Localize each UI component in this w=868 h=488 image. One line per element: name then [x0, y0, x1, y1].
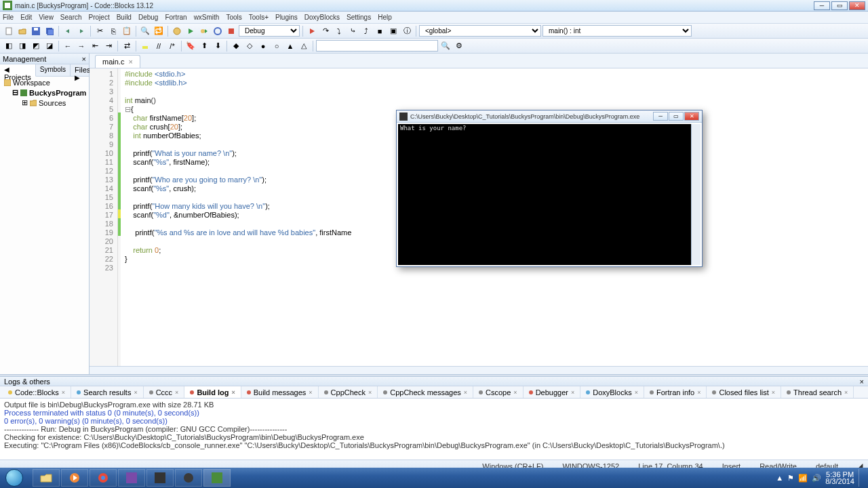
tray-network-icon[interactable]: 📶	[798, 474, 808, 483]
menu-view[interactable]: View	[39, 14, 54, 21]
editor-tab-mainc[interactable]: main.c ×	[95, 55, 140, 68]
console-maximize-button[interactable]: ▭	[669, 112, 684, 121]
search-options-button[interactable]: ⚙	[453, 40, 465, 52]
menu-wxsmith[interactable]: wxSmith	[194, 14, 220, 21]
logs-body[interactable]: Output file is bin\Debug\BuckysProgram.e…	[0, 399, 868, 460]
log-tab-close-icon[interactable]: ×	[772, 389, 775, 396]
log-tab-close-icon[interactable]: ×	[368, 389, 372, 396]
log-tab-codeblocks[interactable]: Code::Blocks×	[3, 386, 71, 398]
debug-start-button[interactable]	[306, 25, 318, 37]
scope-select[interactable]: <global>	[419, 25, 541, 37]
tree-expand-icon[interactable]: ⊟	[12, 88, 18, 97]
log-tab-buildlog[interactable]: Build log×	[184, 386, 241, 398]
log-tab-cppcheck[interactable]: CppCheck×	[319, 386, 378, 398]
doxy-1-button[interactable]: ◆	[230, 40, 242, 52]
tree-project[interactable]: ⊟ BuckysProgram	[3, 87, 86, 98]
tab-projects[interactable]: ◀ Projects	[0, 64, 36, 77]
tree-workspace[interactable]: Workspace	[3, 78, 86, 87]
start-button[interactable]	[0, 468, 28, 488]
menu-project[interactable]: Project	[89, 14, 110, 21]
log-tab-cscope[interactable]: Cscope×	[473, 386, 524, 398]
task-app1[interactable]	[118, 469, 145, 487]
tb2-btn-1[interactable]: ◧	[3, 40, 15, 52]
task-chrome[interactable]	[90, 469, 117, 487]
console-window[interactable]: C:\Users\Bucky\Desktop\C_Tutorials\Bucky…	[396, 110, 703, 267]
bookmark-next-button[interactable]: ⬇	[212, 40, 224, 52]
menu-settings[interactable]: Settings	[347, 14, 371, 21]
nav-last-button[interactable]: ⇤	[89, 40, 101, 52]
task-app3[interactable]	[175, 469, 202, 487]
uncomment-button[interactable]: /*	[166, 40, 178, 52]
doxy-6-button[interactable]: △	[298, 40, 310, 52]
build-button[interactable]	[171, 25, 183, 37]
log-tab-close-icon[interactable]: ×	[62, 389, 65, 396]
step-over-button[interactable]: ⤵	[333, 25, 345, 37]
step-into-button[interactable]: ⤷	[347, 25, 359, 37]
copy-button[interactable]: ⎘	[107, 25, 119, 37]
task-codeblocks[interactable]	[203, 469, 231, 487]
console-close-button[interactable]: ✕	[684, 112, 699, 121]
save-all-button[interactable]	[43, 25, 56, 37]
tray-action-center-icon[interactable]: ⚑	[787, 474, 794, 483]
task-app2[interactable]	[146, 469, 174, 487]
tab-symbols[interactable]: Symbols	[36, 64, 71, 76]
cut-button[interactable]: ✂	[94, 25, 106, 37]
nav-next-button[interactable]: ⇥	[102, 40, 115, 52]
console-minimize-button[interactable]: ─	[653, 112, 668, 121]
debug-info-button[interactable]: ⓘ	[401, 25, 413, 37]
menu-help[interactable]: Help	[378, 14, 392, 21]
logs-close-icon[interactable]: ×	[860, 378, 864, 386]
task-explorer[interactable]	[33, 469, 60, 487]
menu-search[interactable]: Search	[60, 14, 82, 21]
console-scrollbar[interactable]	[691, 124, 701, 265]
doxy-4-button[interactable]: ○	[271, 40, 283, 52]
bookmark-button[interactable]: 🔖	[184, 40, 197, 52]
tb2-btn-2[interactable]: ◨	[16, 40, 28, 52]
open-button[interactable]	[16, 25, 28, 37]
log-tab-close-icon[interactable]: ×	[134, 389, 137, 396]
log-tab-doxyblocks[interactable]: DoxyBlocks×	[580, 386, 644, 398]
menu-plugins[interactable]: Plugins	[275, 14, 298, 21]
run-button[interactable]	[184, 25, 197, 37]
maximize-button[interactable]: ▭	[831, 1, 848, 10]
tb2-btn-4[interactable]: ◪	[43, 40, 56, 52]
log-tab-cppcheckmessages[interactable]: CppCheck messages×	[378, 386, 473, 398]
rebuild-button[interactable]	[212, 25, 224, 37]
log-tab-close-icon[interactable]: ×	[571, 389, 574, 396]
search-go-button[interactable]: 🔍	[439, 40, 452, 52]
back-button[interactable]: ←	[62, 40, 74, 52]
log-tab-close-icon[interactable]: ×	[464, 389, 467, 396]
debug-window-button[interactable]: ▣	[387, 25, 399, 37]
doxy-3-button[interactable]: ●	[257, 40, 269, 52]
menu-build[interactable]: Build	[117, 14, 132, 21]
log-tab-close-icon[interactable]: ×	[309, 389, 312, 396]
menu-edit[interactable]: Edit	[20, 14, 32, 21]
undo-button[interactable]	[62, 25, 74, 37]
menu-tools[interactable]: Tools+	[249, 14, 269, 21]
tray-show-hidden-icon[interactable]: ▲	[776, 474, 783, 482]
new-file-button[interactable]	[3, 25, 15, 37]
log-tab-close-icon[interactable]: ×	[844, 389, 848, 396]
debug-continue-button[interactable]: ↷	[319, 25, 332, 37]
log-tab-close-icon[interactable]: ×	[697, 389, 701, 396]
paste-button[interactable]: 📋	[121, 25, 133, 37]
console-title-bar[interactable]: C:\Users\Bucky\Desktop\C_Tutorials\Bucky…	[397, 110, 702, 123]
replace-button[interactable]: 🔁	[153, 25, 165, 37]
redo-button[interactable]	[75, 25, 87, 37]
tray-volume-icon[interactable]: 🔊	[812, 474, 821, 483]
minimize-button[interactable]: ─	[814, 1, 830, 10]
log-tab-close-icon[interactable]: ×	[231, 389, 235, 396]
editor-tab-close-icon[interactable]: ×	[128, 58, 132, 66]
step-out-button[interactable]: ⤴	[360, 25, 372, 37]
log-tab-close-icon[interactable]: ×	[635, 389, 638, 396]
log-tab-buildmessages[interactable]: Build messages×	[241, 386, 319, 398]
menu-file[interactable]: File	[3, 14, 14, 21]
tree-expand-icon[interactable]: ⊞	[22, 98, 28, 107]
find-button[interactable]: 🔍	[139, 25, 151, 37]
forward-button[interactable]: →	[75, 40, 87, 52]
close-button[interactable]: ✕	[849, 1, 865, 10]
log-tab-debugger[interactable]: Debugger×	[524, 386, 581, 398]
build-target-select[interactable]: Debug	[239, 25, 300, 37]
tree-sources[interactable]: ⊞ Sources	[3, 98, 86, 108]
tray-clock[interactable]: 5:36 PM 8/3/2014	[825, 471, 854, 485]
